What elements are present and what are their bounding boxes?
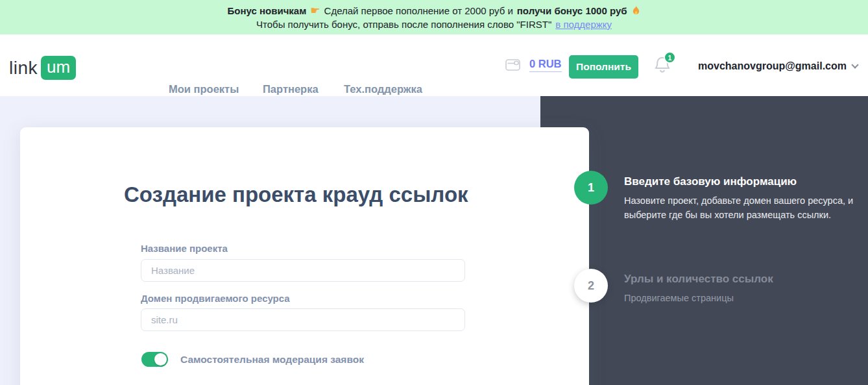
step-1-title: Введите базовую информацию <box>624 175 854 188</box>
user-email: movchanovgroup@gmail.com <box>698 60 847 72</box>
account-menu[interactable]: movchanovgroup@gmail.com <box>698 60 858 72</box>
page: Бонус новичкам ☛ Сделай первое пополнени… <box>0 0 868 385</box>
bonus-highlight-2: получи бонус 1000 руб <box>517 5 627 17</box>
moderation-toggle-label: Самостоятельная модерация заявок <box>180 354 364 366</box>
logo[interactable]: link um <box>9 56 76 80</box>
bonus-banner: Бонус новичкам ☛ Сделай первое пополнени… <box>0 0 868 34</box>
project-name-label: Название проекта <box>141 243 228 254</box>
wallet-icon <box>505 57 522 73</box>
page-title: Создание проекта крауд ссылок <box>124 182 468 207</box>
bonus-text-1: Сделай первое пополнение от 2000 руб и <box>324 5 513 17</box>
logo-text-link: link <box>9 58 38 79</box>
bonus-text-2: Чтобы получить бонус, отправь после попо… <box>256 18 551 31</box>
pointing-hand-icon: ☛ <box>310 5 320 16</box>
header: link um Мои проекты Партнерка Тех.поддер… <box>0 34 868 96</box>
project-name-input[interactable] <box>141 259 465 282</box>
step-2-description: Продвигаемые страницы <box>624 292 854 306</box>
notification-badge: 1 <box>664 51 676 64</box>
step-2-title: Урлы и количество ссылок <box>624 273 854 286</box>
notifications-button[interactable]: 1 <box>653 54 675 80</box>
domain-label: Домен продвигаемого ресурса <box>141 293 290 304</box>
step-1-description: Назовите проект, добавьте домен вашего р… <box>624 194 854 223</box>
nav-item-partner[interactable]: Партнерка <box>263 83 319 95</box>
toggle-knob <box>154 353 167 366</box>
bonus-banner-line-2: Чтобы получить бонус, отправь после попо… <box>256 18 612 31</box>
step-1-circle: 1 <box>574 171 608 205</box>
moderation-toggle-row: Самостоятельная модерация заявок <box>141 352 364 367</box>
balance[interactable]: 0 RUB <box>505 57 562 73</box>
step-2: Урлы и количество ссылок Продвигаемые ст… <box>624 273 854 306</box>
logo-badge-um: um <box>41 56 76 80</box>
fire-icon <box>631 5 641 16</box>
chevron-down-icon <box>851 61 858 68</box>
bonus-banner-line-1: Бонус новичкам ☛ Сделай первое пополнени… <box>227 5 640 17</box>
step-1: Введите базовую информацию Назовите прое… <box>624 175 854 223</box>
domain-input[interactable] <box>141 308 465 331</box>
topup-button[interactable]: Пополнить <box>569 55 638 79</box>
support-link[interactable]: в поддержку <box>555 18 612 31</box>
main-content: Создание проекта крауд ссылок Название п… <box>0 96 868 385</box>
step-2-circle: 2 <box>574 269 608 303</box>
moderation-toggle[interactable] <box>141 352 168 367</box>
bonus-highlight-1: Бонус новичкам <box>227 5 306 17</box>
nav-item-my-projects[interactable]: Мои проекты <box>169 83 239 95</box>
nav-item-support[interactable]: Тех.поддержка <box>344 83 422 95</box>
project-creation-card: Создание проекта крауд ссылок Название п… <box>20 127 589 385</box>
balance-amount[interactable]: 0 RUB <box>529 58 562 72</box>
steps-panel <box>540 96 868 385</box>
